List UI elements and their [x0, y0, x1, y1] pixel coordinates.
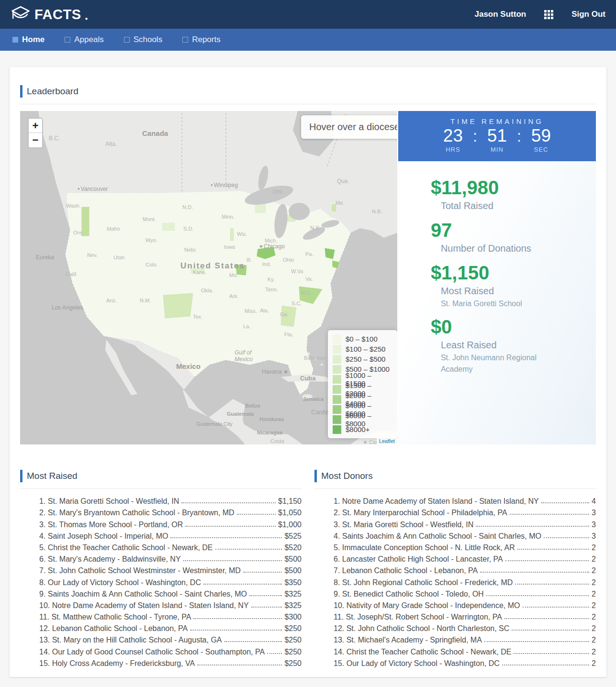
list-item-name: 15. Our Lady of Victory School - Washing…: [334, 659, 500, 668]
map-hover-tooltip: Hover over a diocese: [301, 115, 397, 139]
list-item-name: 9. Saints Joachim & Ann Catholic School …: [39, 590, 247, 598]
list-item: 8. Our Lady of Victory School - Washingt…: [39, 575, 302, 587]
dotted-leader: [476, 526, 589, 527]
nav-tab-label: Schools: [134, 35, 162, 44]
timer-title: TIME REMAINING: [398, 117, 596, 125]
list-item-name: 6. St. Mary's Academy - Baldwinsville, N…: [39, 555, 181, 564]
list-item-name: 9. St. Benedict Catholic School - Toledo…: [334, 590, 484, 598]
stat-school-name: St. Maria Goretti School: [441, 298, 570, 310]
list-item: 11. St. Joseph/St. Robert School - Warri…: [334, 610, 596, 621]
title-accent-bar: [314, 470, 317, 482]
dotted-leader: [267, 653, 282, 654]
list-item: 11. St. Matthew Catholic School - Tyrone…: [39, 610, 302, 621]
stat-label: Most Raised: [441, 284, 596, 298]
list-item-value: $1,150: [278, 497, 302, 506]
list-item: 12. St. John Catholic School - North Cha…: [334, 621, 596, 633]
facts-logo-icon: [11, 5, 31, 24]
list-item: 9. Saints Joachim & Ann Catholic School …: [39, 587, 302, 598]
dotted-leader: [504, 618, 589, 619]
zoom-in-button[interactable]: +: [29, 119, 42, 133]
stat-block: $11,980 Total Raised: [431, 177, 596, 213]
list-item-name: 2. St. Mary Interparochial School - Phil…: [334, 509, 507, 517]
legend-row: $6000 – $8000: [333, 414, 392, 424]
leaflet-link[interactable]: Leaflet: [379, 438, 395, 444]
apps-grid-icon[interactable]: [544, 10, 553, 19]
divider: [20, 104, 596, 104]
dotted-leader: [197, 665, 282, 665]
leaderboard-card: Leaderboard: [10, 67, 606, 677]
list-item-name: 1. St. Maria Goretti School - Westfield,…: [39, 497, 179, 506]
list-item: 10. Notre Dame Academy of Staten Island …: [39, 598, 302, 610]
list-item-value: $1,000: [278, 521, 302, 529]
list-item-name: 10. Nativity of Mary Grade School - Inde…: [334, 601, 520, 610]
dotted-leader: [510, 514, 590, 515]
nav-tab-square-icon: [182, 37, 188, 43]
most-raised-title: Most Raised: [27, 471, 78, 481]
list-item-name: 2. St. Mary's Bryantown Catholic School …: [39, 509, 235, 517]
nav-tab-square-icon: [124, 37, 130, 43]
list-item-value: 4: [592, 497, 596, 506]
list-item-name: 3. St. Thomas More School - Portland, OR: [39, 521, 183, 529]
list-item-value: $250: [284, 636, 302, 644]
dotted-leader: [514, 653, 589, 654]
list-item: 13. St. Mary on the Hill Catholic School…: [39, 633, 302, 644]
nav-tab-schools[interactable]: Schools: [117, 29, 169, 51]
list-item: 2. St. Mary's Bryantown Catholic School …: [39, 506, 302, 517]
stat-value: $11,980: [431, 177, 596, 199]
list-item: 15. Holy Cross Academy - Fredericksburg,…: [39, 656, 302, 668]
sign-out-button[interactable]: Sign Out: [571, 10, 605, 19]
page-title-row: Leaderboard: [20, 85, 596, 98]
summary-panel: TIME REMAINING 23 HRS : 51 MIN : 59 SEC: [398, 111, 596, 444]
dotted-leader: [193, 618, 282, 619]
list-item: 9. St. Benedict Catholic School - Toledo…: [334, 587, 596, 598]
list-item: 8. St. John Regional Catholic School - F…: [334, 575, 596, 587]
legend-swatch: [333, 415, 341, 424]
list-item-value: $325: [284, 601, 302, 610]
list-item-name: 8. Our Lady of Victory School - Washingt…: [39, 578, 201, 587]
timer-minutes: 51: [480, 126, 514, 145]
divider: [20, 488, 302, 489]
timer-seconds-label: SEC: [524, 146, 558, 153]
zoom-out-button[interactable]: −: [29, 133, 42, 147]
top-bar: FACTS ● Jason Sutton Sign Out: [0, 0, 616, 29]
dotted-leader: [249, 595, 282, 596]
list-item: 15. Our Lady of Victory School - Washing…: [334, 656, 596, 668]
legend-label: $8000+: [346, 425, 370, 433]
list-item: 4. Saint Joseph School - Imperial, MO $5…: [39, 529, 302, 541]
stat-block: $1,150 Most Raised St. Maria Goretti Sch…: [431, 262, 596, 310]
list-item-value: $250: [284, 659, 302, 668]
dotted-leader: [484, 641, 589, 642]
list-item-name: 4. Saints Joachim & Ann Catholic School …: [334, 532, 541, 541]
list-item: 5. Christ the Teacher Catholic School - …: [39, 541, 302, 552]
list-item-value: $500: [284, 566, 302, 575]
dotted-leader: [170, 537, 282, 538]
list-item-name: 6. Lancaster Catholic High School - Lanc…: [334, 555, 503, 564]
nav-tab-square-icon: [12, 37, 18, 43]
stat-value: $0: [431, 316, 596, 338]
legend-swatch: [333, 395, 341, 404]
map-legend: $0 – $100 $100 – $250 $250 – $500 $500 –…: [328, 330, 397, 438]
nav-tab-appeals[interactable]: Appeals: [58, 29, 110, 51]
list-item-value: 3: [592, 521, 596, 529]
timer-hours: 23: [436, 126, 470, 145]
nav-tab-home[interactable]: Home: [6, 29, 51, 51]
list-item-value: 2: [592, 543, 596, 552]
title-accent-bar: [20, 85, 22, 98]
list-item-value: $325: [284, 590, 302, 598]
dotted-leader: [505, 560, 589, 561]
list-item-value: 2: [592, 555, 596, 564]
legend-label: $100 – $250: [346, 345, 385, 353]
user-menu[interactable]: Jason Sutton: [475, 10, 526, 19]
list-item-name: 14. Our Lady of Good Counsel Catholic Sc…: [39, 648, 265, 656]
list-item-value: 2: [592, 566, 596, 575]
nav-tab-reports[interactable]: Reports: [176, 29, 227, 51]
most-donors-section: Most Donors 1. Notre Dame Academy of Sta…: [314, 470, 596, 668]
list-item-value: 3: [592, 509, 596, 517]
list-item: 3. St. Thomas More School - Portland, OR…: [39, 517, 302, 529]
list-item-name: 11. St. Joseph/St. Robert School - Warri…: [334, 613, 502, 621]
list-item-name: 5. Christ the Teacher Catholic School - …: [39, 543, 213, 552]
legend-swatch: [333, 405, 341, 414]
list-item-name: 4. Saint Joseph School - Imperial, MO: [39, 532, 168, 541]
list-item-name: 15. Holy Cross Academy - Fredericksburg,…: [39, 659, 195, 668]
diocese-map[interactable]: CanadaUnited StatesMexicoB.C.Alta.Ont.Qu…: [20, 111, 397, 444]
